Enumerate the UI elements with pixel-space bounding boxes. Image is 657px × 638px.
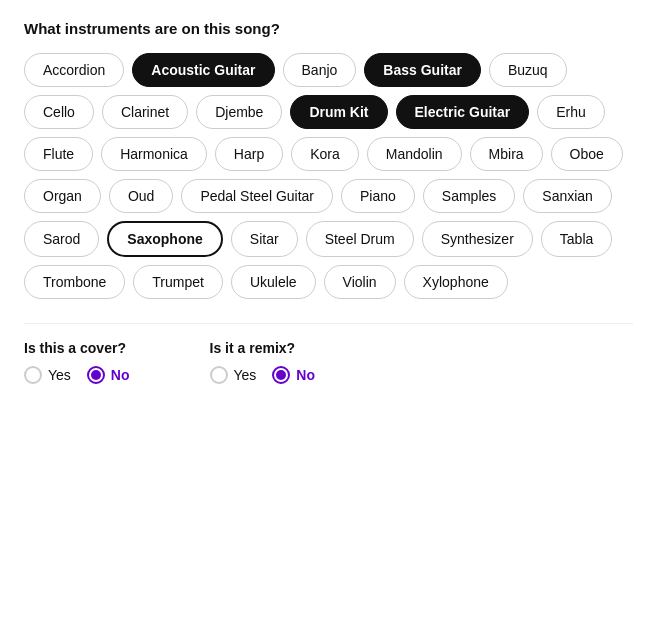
instrument-chip-oud[interactable]: Oud (109, 179, 173, 213)
instrument-chip-harp[interactable]: Harp (215, 137, 283, 171)
instrument-chip-mandolin[interactable]: Mandolin (367, 137, 462, 171)
bottom-questions: Is this a cover? YesNo Is it a remix? Ye… (24, 323, 633, 384)
instrument-chip-accordion[interactable]: Accordion (24, 53, 124, 87)
instrument-chip-steel-drum[interactable]: Steel Drum (306, 221, 414, 257)
instrument-chip-cello[interactable]: Cello (24, 95, 94, 129)
remix-radio-circle-no (272, 366, 290, 384)
instrument-chip-drum-kit[interactable]: Drum Kit (290, 95, 387, 129)
cover-radio-label-no: No (111, 367, 130, 383)
instrument-chip-electric-guitar[interactable]: Electric Guitar (396, 95, 530, 129)
instrument-chip-buzuq[interactable]: Buzuq (489, 53, 567, 87)
cover-radio-group: YesNo (24, 366, 130, 384)
cover-radio-no[interactable]: No (87, 366, 130, 384)
instrument-chip-sitar[interactable]: Sitar (231, 221, 298, 257)
instrument-chip-piano[interactable]: Piano (341, 179, 415, 213)
remix-radio-label-no: No (296, 367, 315, 383)
cover-radio-yes[interactable]: Yes (24, 366, 71, 384)
instruments-chips: AccordionAcoustic GuitarBanjoBass Guitar… (24, 53, 633, 299)
instrument-chip-violin[interactable]: Violin (324, 265, 396, 299)
instrument-chip-oboe[interactable]: Oboe (551, 137, 623, 171)
instrument-chip-ukulele[interactable]: Ukulele (231, 265, 316, 299)
cover-question-block: Is this a cover? YesNo (24, 340, 130, 384)
instrument-chip-harmonica[interactable]: Harmonica (101, 137, 207, 171)
instruments-question: What instruments are on this song? (24, 20, 633, 37)
instrument-chip-organ[interactable]: Organ (24, 179, 101, 213)
instrument-chip-kora[interactable]: Kora (291, 137, 359, 171)
instrument-chip-sanxian[interactable]: Sanxian (523, 179, 612, 213)
instrument-chip-bass-guitar[interactable]: Bass Guitar (364, 53, 481, 87)
instrument-chip-xylophone[interactable]: Xylophone (404, 265, 508, 299)
cover-question-label: Is this a cover? (24, 340, 130, 356)
remix-question-label: Is it a remix? (210, 340, 316, 356)
remix-question-block: Is it a remix? YesNo (210, 340, 316, 384)
instrument-chip-mbira[interactable]: Mbira (470, 137, 543, 171)
instrument-chip-samples[interactable]: Samples (423, 179, 515, 213)
instrument-chip-djembe[interactable]: Djembe (196, 95, 282, 129)
instrument-chip-synthesizer[interactable]: Synthesizer (422, 221, 533, 257)
cover-radio-circle-yes (24, 366, 42, 384)
remix-radio-circle-yes (210, 366, 228, 384)
instrument-chip-banjo[interactable]: Banjo (283, 53, 357, 87)
instrument-chip-tabla[interactable]: Tabla (541, 221, 612, 257)
instrument-chip-trombone[interactable]: Trombone (24, 265, 125, 299)
instrument-chip-trumpet[interactable]: Trumpet (133, 265, 223, 299)
cover-radio-circle-no (87, 366, 105, 384)
instrument-chip-clarinet[interactable]: Clarinet (102, 95, 188, 129)
instrument-chip-flute[interactable]: Flute (24, 137, 93, 171)
instrument-chip-erhu[interactable]: Erhu (537, 95, 605, 129)
remix-radio-no[interactable]: No (272, 366, 315, 384)
instrument-chip-saxophone[interactable]: Saxophone (107, 221, 222, 257)
instrument-chip-pedal-steel-guitar[interactable]: Pedal Steel Guitar (181, 179, 333, 213)
remix-radio-yes[interactable]: Yes (210, 366, 257, 384)
remix-radio-group: YesNo (210, 366, 316, 384)
remix-radio-label-yes: Yes (234, 367, 257, 383)
instrument-chip-sarod[interactable]: Sarod (24, 221, 99, 257)
cover-radio-label-yes: Yes (48, 367, 71, 383)
instrument-chip-acoustic-guitar[interactable]: Acoustic Guitar (132, 53, 274, 87)
